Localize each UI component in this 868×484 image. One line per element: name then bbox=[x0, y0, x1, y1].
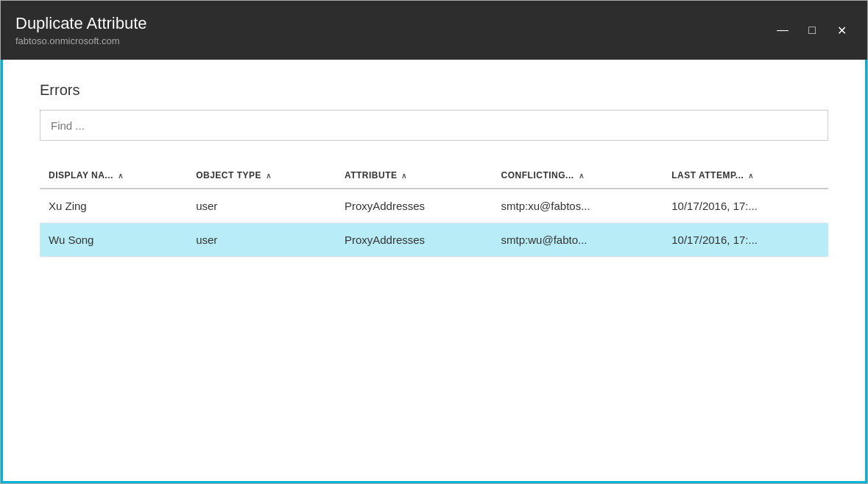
title-bar: Duplicate Attribute fabtoso.onmicrosoft.… bbox=[1, 1, 867, 60]
search-input[interactable] bbox=[40, 110, 828, 141]
errors-table: DISPLAY NA... ∧ OBJECT TYPE ∧ ATTRIBUTE bbox=[40, 163, 828, 257]
errors-heading: Errors bbox=[40, 82, 828, 99]
sort-arrow-attribute: ∧ bbox=[401, 172, 407, 180]
sort-arrow-objecttype: ∧ bbox=[266, 172, 272, 180]
content-area: Errors DISPLAY NA... ∧ OBJECT TYPE ∧ bbox=[1, 60, 867, 483]
sort-arrow-displayname: ∧ bbox=[118, 172, 124, 180]
col-header-lastattempt[interactable]: LAST ATTEMP... ∧ bbox=[663, 163, 828, 189]
col-header-objecttype[interactable]: OBJECT TYPE ∧ bbox=[187, 163, 336, 189]
maximize-button[interactable]: □ bbox=[801, 19, 823, 41]
cell-objecttype: user bbox=[187, 189, 336, 223]
col-header-conflicting[interactable]: CONFLICTING... ∧ bbox=[493, 163, 663, 189]
col-header-attribute[interactable]: ATTRIBUTE ∧ bbox=[336, 163, 493, 189]
cell-conflicting: smtp:xu@fabtos... bbox=[493, 189, 663, 223]
title-bar-left: Duplicate Attribute fabtoso.onmicrosoft.… bbox=[15, 14, 147, 46]
window-subtitle: fabtoso.onmicrosoft.com bbox=[15, 35, 147, 46]
minimize-button[interactable]: — bbox=[772, 19, 794, 41]
close-button[interactable]: ✕ bbox=[830, 19, 853, 41]
col-header-displayname[interactable]: DISPLAY NA... ∧ bbox=[40, 163, 187, 189]
sort-arrow-lastattempt: ∧ bbox=[748, 172, 754, 180]
cell-displayname: Xu Zing bbox=[40, 189, 187, 223]
title-bar-controls: — □ ✕ bbox=[772, 19, 853, 41]
window-title: Duplicate Attribute bbox=[15, 14, 147, 33]
cell-attribute: ProxyAddresses bbox=[336, 189, 493, 223]
table-header: DISPLAY NA... ∧ OBJECT TYPE ∧ ATTRIBUTE bbox=[40, 163, 828, 189]
main-window: Duplicate Attribute fabtoso.onmicrosoft.… bbox=[0, 0, 868, 484]
table-body: Xu ZinguserProxyAddressessmtp:xu@fabtos.… bbox=[40, 189, 828, 257]
cell-attribute: ProxyAddresses bbox=[336, 223, 493, 257]
table-row[interactable]: Wu SonguserProxyAddressessmtp:wu@fabto..… bbox=[40, 223, 828, 257]
sort-arrow-conflicting: ∧ bbox=[579, 172, 585, 180]
table-row[interactable]: Xu ZinguserProxyAddressessmtp:xu@fabtos.… bbox=[40, 189, 828, 223]
cell-lastattempt: 10/17/2016, 17:... bbox=[663, 189, 828, 223]
cell-conflicting: smtp:wu@fabto... bbox=[493, 223, 663, 257]
cell-lastattempt: 10/17/2016, 17:... bbox=[663, 223, 828, 257]
cell-objecttype: user bbox=[187, 223, 336, 257]
cell-displayname: Wu Song bbox=[40, 223, 187, 257]
